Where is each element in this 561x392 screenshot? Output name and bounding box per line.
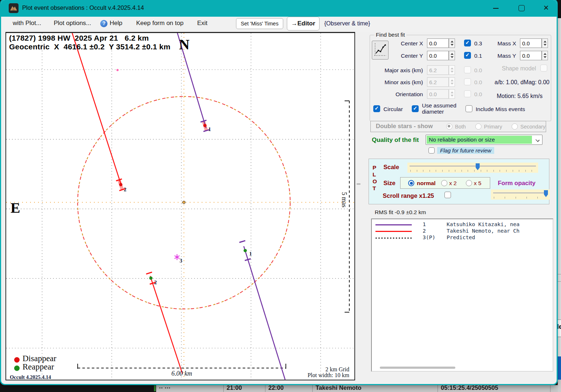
size-x5-radio[interactable] [466,180,472,186]
set-miss-times-button[interactable]: Set 'Miss' Times [236,18,283,29]
flag-review-label: Flag for future review [437,147,494,154]
circular-checkbox[interactable] [373,105,380,112]
menu-exit[interactable]: Exit [197,20,207,27]
close-button[interactable]: ✕ [539,0,556,17]
major-axis-step-label: 0.0 [474,67,482,74]
title-bar[interactable]: Plot event observations : Occult v.4.202… [1,0,557,17]
mass-x-input[interactable] [520,38,542,48]
observer-list[interactable]: 1 Katsuhiko Kitazaki, nea 2 Takeshi Nemo… [371,219,553,372]
plot-width-note: Plot width: 10 km [295,372,349,379]
svg-text:1: 1 [249,251,252,257]
circular-label: Circular [383,106,403,113]
orientation-step-label: 0.0 [474,91,482,98]
double-stars-label: Double stars - show [376,123,433,130]
include-miss-label: Include Miss events [476,106,525,113]
minor-axis-label: Minor axis (km) [381,79,423,86]
ab-dmag-label: a/b: 1.00, dMag: 0.00 [495,79,549,86]
svg-text:2: 2 [154,279,157,285]
center-x-step-label: 0.3 [474,40,482,47]
center-y-step-label: 0.1 [474,53,482,59]
desktop-background: ·· ··· 21:00 22:00 Takeshi Nemoto 05:15:… [0,0,561,392]
minor-axis-fit-checkbox [464,78,471,85]
size-radio-group: normal x 2 x 5 [400,177,490,189]
rms-fit-label: RMS fit -0.9 ±0.2 km [375,209,426,216]
menu-with-plot[interactable]: with Plot... [13,20,41,27]
motion-label: Motion: 5.65 km/s [497,93,542,99]
scale-slider[interactable] [407,163,538,173]
scale-label: Scale [383,164,399,171]
mass-x-spinner[interactable] [542,38,548,48]
orientation-spinner [449,89,455,99]
center-y-spinner[interactable] [449,51,455,60]
center-y-input[interactable] [427,51,449,60]
flag-review-checkbox[interactable] [428,147,435,154]
editor-button[interactable]: →Editor [287,17,320,30]
mass-y-input[interactable] [520,51,542,60]
center-x-spinner[interactable] [449,38,455,48]
menu-bar: with Plot... Plot options... Help Keep f… [1,17,557,32]
observer-row[interactable]: 1 Katsuhiko Kitazaki, nea [375,221,407,228]
bg-fragment: 21:00 [227,385,265,391]
menu-keep-on-top[interactable]: Keep form on top [136,20,183,27]
plot-vertical-label: PLOT [373,164,378,192]
shape-model-checkbox [540,65,547,72]
scale-slider-thumb[interactable] [476,163,480,170]
form-opacity-slider[interactable] [491,189,550,200]
mass-y-label: Mass Y [497,53,516,59]
splitter-handle[interactable] [357,183,361,185]
bg-fragment: 05:15:25.4/25050505 [441,385,550,391]
quality-of-fit-dropdown[interactable]: No reliable position or size [426,135,542,145]
chord2-line-sample [375,231,412,232]
form-opacity-slider-thumb[interactable] [544,190,548,197]
center-x-label: Center X [389,40,423,47]
use-assumed-diameter-checkbox[interactable] [412,105,419,112]
maximize-button[interactable] [513,0,530,17]
center-y-label: Center Y [389,53,423,59]
quality-of-fit-label: Quality of the fit [372,136,419,144]
double-stars-primary-label: Primary [484,124,502,130]
scale-bar-label: 6.00 km [171,370,192,377]
observer-row[interactable]: 2 Takeshi Nemoto, near Ch [375,228,407,235]
chord1-line-sample [375,224,412,225]
background-sliver [154,385,156,391]
predicted-line-sample [375,237,412,239]
minimize-button[interactable] [488,0,504,17]
size-normal-radio[interactable] [408,180,414,186]
center-y-fit-checkbox[interactable] [464,52,471,59]
bg-fragment: Takeshi Nemoto [316,385,438,391]
center-x-fit-checkbox[interactable] [464,40,471,46]
help-question-icon[interactable] [100,20,107,27]
horizontal-scrollbar[interactable] [380,367,455,369]
double-stars-both-radio [446,123,452,130]
background-window-row: ·· ··· 21:00 22:00 Takeshi Nemoto 05:15:… [156,385,561,392]
observer-number: 3(P) [423,234,435,240]
fit-control-panel: Find best fit Center X 0.3 Mass X [367,32,557,382]
center-x-input[interactable] [427,38,449,48]
observer-row[interactable]: 3(P) Predicted [375,234,407,241]
orientation-fit-checkbox [464,90,471,97]
scroll-range-checkbox[interactable] [444,192,451,198]
menu-help[interactable]: Help [110,20,122,27]
double-stars-group: Double stars - show Both Primary Seconda… [370,121,546,132]
major-axis-fit-checkbox [464,66,471,73]
size-x2-radio[interactable] [441,180,447,186]
plot-canvas: 11223 [6,33,354,380]
use-assumed-label-1: Use assumed [422,102,456,109]
occultation-plot[interactable]: 11223 (17827) 1998 HW 2025 Apr 21 6.2 km… [5,32,355,380]
legend-reappear: Reappear [23,362,54,372]
include-miss-events-checkbox[interactable] [466,105,472,112]
size-label: Size [383,180,395,187]
mass-y-spinner[interactable] [542,51,548,60]
observer-number: 2 [423,228,426,234]
svg-text:2: 2 [124,187,126,192]
run-fit-button[interactable] [372,41,389,60]
menu-plot-options[interactable]: Plot options... [54,20,91,27]
form-opacity-label: Form opacity [498,180,536,187]
observer-time-label: {Observer & time} [324,20,370,27]
chart-icon [373,41,387,58]
major-axis-input [427,65,449,75]
mass-x-label: Mass X [497,40,516,47]
app-window: Plot event observations : Occult v.4.202… [1,0,557,384]
minimize-icon [493,8,499,9]
close-icon: ✕ [543,4,549,12]
